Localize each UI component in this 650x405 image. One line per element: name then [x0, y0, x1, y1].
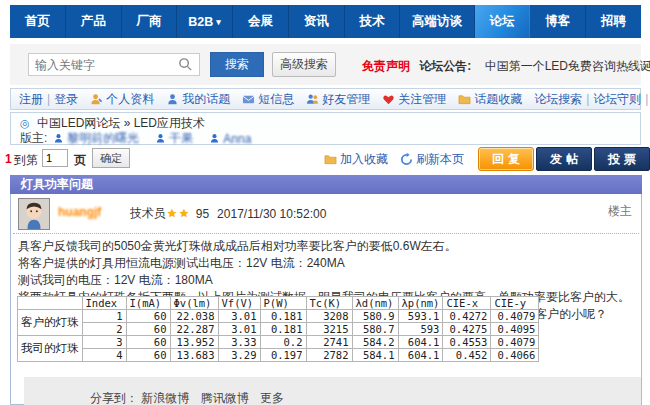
cell: 0.452	[443, 349, 491, 362]
floor-badge: 楼主	[608, 203, 632, 220]
divider: |	[586, 92, 589, 106]
register-link[interactable]: 注册	[19, 91, 43, 108]
nav-item-expo[interactable]: 会展	[233, 5, 289, 38]
avatar[interactable]	[18, 198, 50, 230]
search-button[interactable]: 搜索	[210, 52, 264, 77]
cell: 0.4079	[491, 310, 539, 323]
table-row: 2 60 22.287 3.01 0.181 3215 580.7 593 0.…	[18, 323, 539, 336]
avatar-face-icon	[19, 199, 49, 229]
moderator-link[interactable]: 干果	[169, 130, 193, 147]
cell: 0.4275	[443, 323, 491, 336]
current-page[interactable]: 1	[5, 152, 12, 166]
vote-button[interactable]: 投票	[594, 147, 650, 171]
post-date: 2017/11/30 10:52:00	[217, 207, 326, 221]
cell: 0.2	[260, 336, 306, 349]
reply-button[interactable]: 回复	[478, 147, 534, 171]
refresh-page-link[interactable]: 刷新本页	[400, 151, 464, 168]
nav-item-forum[interactable]: 论坛	[475, 5, 531, 38]
person-icon	[209, 133, 220, 144]
user-toolbar: 注册 | 登录 个人资料 我的话题 短信息 好友管理	[10, 88, 641, 110]
nav-item-interviews[interactable]: 高端访谈	[400, 5, 474, 38]
cell: 13.683	[170, 349, 218, 362]
refresh-page-label: 刷新本页	[416, 151, 464, 168]
cell: 2782	[306, 349, 352, 362]
messages-link[interactable]: 短信息	[242, 91, 294, 108]
add-favorite-link[interactable]: 加入收藏	[324, 151, 388, 168]
post-header-divider	[13, 233, 639, 234]
forum-search-link[interactable]: 论坛搜索	[534, 91, 582, 108]
cell: 0.4095	[491, 323, 539, 336]
cell: 22.287	[170, 323, 218, 336]
share-more-link[interactable]: 更多	[260, 391, 284, 405]
my-topics-link[interactable]: 我的话题	[166, 91, 230, 108]
cell: 2	[82, 323, 126, 336]
post-author-name[interactable]: huangjf	[58, 205, 101, 219]
col-header: Φv(lm)	[170, 297, 218, 310]
people-icon	[306, 93, 319, 106]
col-header: P(W)	[260, 297, 306, 310]
pager-row: 1 到第 页 确定 加入收藏 刷新本页 回复 发帖 投票	[0, 147, 650, 173]
cell: 0.197	[260, 349, 306, 362]
add-favorite-label: 加入收藏	[340, 151, 388, 168]
messages-label: 短信息	[258, 91, 294, 108]
forum-rules-link[interactable]: 论坛守则	[593, 91, 641, 108]
breadcrumb-forum-link[interactable]: 中国LED网论坛	[37, 116, 120, 130]
follow-link[interactable]: 关注管理	[382, 91, 446, 108]
heart-icon	[382, 93, 395, 106]
disclaimer-link[interactable]: 免责声明	[362, 59, 410, 73]
folder-icon	[458, 93, 471, 106]
new-post-button[interactable]: 发帖	[536, 147, 592, 171]
topic-favorites-link[interactable]: 话题收藏	[458, 91, 522, 108]
forum-page: 首页 产品 厂商 B2B ▾ 会展 资讯 技术 高端访谈 论坛 博客 招聘 搜索…	[0, 0, 650, 405]
cell: 580.9	[352, 310, 398, 323]
author-score: 95	[196, 207, 209, 221]
cell: 584.2	[352, 336, 398, 349]
cell: 60	[126, 349, 170, 362]
cell: 4	[82, 349, 126, 362]
page-number-input[interactable]	[42, 149, 68, 167]
share-sina-weibo-link[interactable]: 新浪微博	[141, 391, 189, 405]
group-label: 客户的灯珠	[18, 310, 83, 336]
nav-item-tech[interactable]: 技术	[345, 5, 401, 38]
col-header: Index	[82, 297, 126, 310]
share-tencent-weibo-link[interactable]: 腾讯微博	[201, 391, 249, 405]
friends-link[interactable]: 好友管理	[306, 91, 370, 108]
cell: 3.33	[218, 336, 260, 349]
cell: 0.4066	[491, 349, 539, 362]
announcement-text[interactable]: 中国第一个LED免费咨询热线诞生啦！	[485, 59, 650, 73]
search-band: 搜索 高级搜索 免责声明 论坛公告: 中国第一个LED免费咨询热线诞生啦！	[10, 44, 641, 85]
thread-title: 灯具功率问题	[21, 177, 93, 191]
post-paragraph: 将客户提供的灯具用恒流电源测试出电压：12V 电流：240MA	[18, 255, 634, 272]
cell: 60	[126, 336, 170, 349]
post-paragraph: 具客户反馈我司的5050金黄光灯珠做成成品后相对功率要比客户的要低0.6W左右。	[18, 238, 634, 255]
breadcrumb-section-link[interactable]: LED应用技术	[134, 116, 205, 130]
cell: 593.1	[398, 310, 443, 323]
advanced-search-button[interactable]: 高级搜索	[272, 52, 336, 77]
star-icon: ★	[179, 207, 189, 220]
cell: 3	[82, 336, 126, 349]
cell: 0.181	[260, 323, 306, 336]
nav-item-vendors[interactable]: 厂商	[122, 5, 178, 38]
nav-item-home[interactable]: 首页	[10, 5, 66, 38]
profile-link[interactable]: 个人资料	[90, 91, 154, 108]
nav-item-news[interactable]: 资讯	[289, 5, 345, 38]
star-icon: ★	[167, 207, 177, 220]
nav-item-products[interactable]: 产品	[66, 5, 122, 38]
my-topics-label: 我的话题	[182, 91, 230, 108]
confirm-page-button[interactable]: 确定	[92, 148, 130, 168]
search-input[interactable]	[28, 53, 200, 76]
cell: 13.952	[170, 336, 218, 349]
nav-item-jobs[interactable]: 招聘	[586, 5, 641, 38]
login-link[interactable]: 登录	[54, 91, 78, 108]
forum-notice: 免责声明 论坛公告: 中国第一个LED免费咨询热线诞生啦！	[362, 58, 650, 75]
profile-label: 个人资料	[106, 91, 154, 108]
folder-add-icon	[324, 153, 337, 166]
moderator-link[interactable]: Anna	[223, 132, 251, 146]
moderator-link[interactable]: 黎明前的曙光	[67, 130, 139, 147]
thread-title-bar: 灯具功率问题	[10, 175, 642, 194]
nav-item-b2b[interactable]: B2B ▾	[177, 5, 233, 38]
chevron-down-icon: ▾	[216, 17, 221, 27]
follow-label: 关注管理	[398, 91, 446, 108]
table-header-row: Index I(mA) Φv(lm) Vf(V) P(W) Tc(K) λd(n…	[18, 297, 539, 310]
nav-item-blog[interactable]: 博客	[530, 5, 586, 38]
